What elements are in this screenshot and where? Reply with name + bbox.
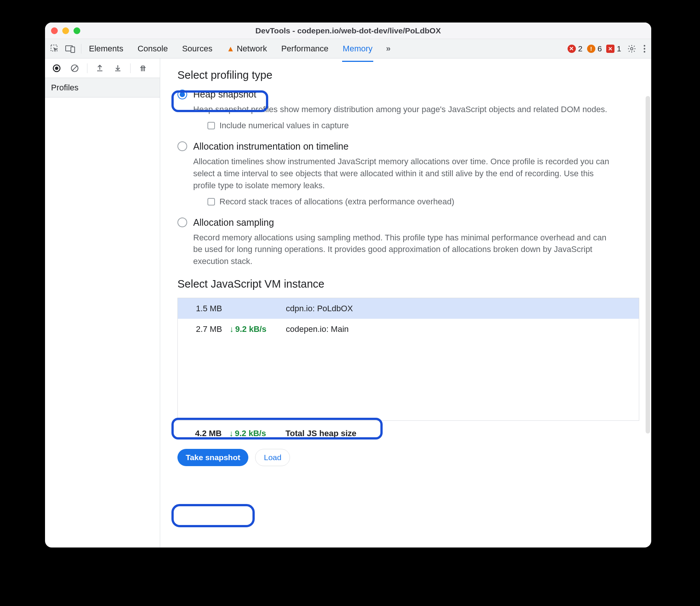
checkbox-label: Record stack traces of allocations (extr… [219,197,454,207]
profiles-label: Profiles [51,83,78,93]
load-button[interactable]: Load [255,449,290,466]
vm-instance-list: 1.5 MB cdpn.io: PoLdbOX 2.7 MB ↓9.2 kB/s… [177,298,639,421]
devtools-window: DevTools - codepen.io/web-dot-dev/live/P… [45,22,651,548]
warning-icon: ! [587,45,595,53]
total-size: 4.2 MB [184,429,229,438]
down-arrow-icon: ↓ [230,324,234,334]
option-allocation-sampling[interactable]: Allocation sampling Record memory alloca… [177,217,639,268]
profiles-toolbar [45,58,160,78]
svg-point-4 [644,45,645,46]
checkbox-include-numerical[interactable] [207,122,215,129]
warning-icon: ▲ [227,44,234,53]
clear-icon[interactable] [69,63,80,74]
vm-totals: 4.2 MB ↓9.2 kB/s Total JS heap size [177,423,639,444]
tab-label: Sources [182,44,212,53]
profiling-type-heading: Select profiling type [177,69,639,81]
titlebar: DevTools - codepen.io/web-dot-dev/live/P… [45,22,651,39]
error-count: 2 [578,44,583,53]
option-title: Allocation sampling [193,217,274,228]
vm-name: codepen.io: Main [286,324,632,334]
option-description: Record memory allocations using sampling… [193,232,610,268]
checkbox-record-stacks[interactable] [207,198,215,206]
total-rate: ↓9.2 kB/s [229,429,285,438]
option-allocation-timeline[interactable]: Allocation instrumentation on timeline A… [177,141,639,207]
profiles-section-header[interactable]: Profiles [45,78,160,98]
svg-line-10 [72,66,77,70]
option-heap-snapshot[interactable]: Heap snapshot Heap snapshot profiles sho… [177,89,639,130]
vm-rate: ↓9.2 kB/s [230,324,286,334]
record-icon[interactable] [51,63,62,74]
separator [81,44,81,54]
tab-label: Console [138,44,168,53]
device-toolbar-icon[interactable] [65,45,75,53]
export-icon[interactable] [94,63,105,74]
svg-rect-2 [71,47,75,52]
more-tabs-icon[interactable]: » [386,44,389,54]
option-description: Allocation timelines show instrumented J… [193,156,610,192]
vm-row[interactable]: 1.5 MB cdpn.io: PoLdbOX [178,298,639,319]
radio-allocation-timeline[interactable] [177,141,187,151]
devtools-tabstrip: Elements Console Sources ▲Network Perfor… [45,39,651,58]
option-description: Heap snapshot profiles show memory distr… [193,104,610,116]
issue-count: 1 [617,44,621,53]
kebab-menu-icon[interactable] [643,44,646,53]
inspect-element-icon[interactable] [50,44,59,53]
annotation-ring [171,504,255,527]
tab-memory[interactable]: Memory [342,40,373,57]
svg-point-5 [644,48,645,49]
error-icon: ✕ [568,45,576,53]
window-title: DevTools - codepen.io/web-dot-dev/live/P… [45,26,651,35]
import-icon[interactable] [112,63,123,74]
take-snapshot-button[interactable]: Take snapshot [177,449,248,466]
tab-label: Performance [281,44,329,53]
radio-allocation-sampling[interactable] [177,218,187,227]
separator [87,63,87,73]
errors-badge[interactable]: ✕ 2 [568,44,583,53]
scrollbar[interactable] [646,96,650,434]
svg-point-3 [631,47,633,50]
vm-name: cdpn.io: PoLdbOX [286,304,632,314]
tab-network[interactable]: ▲Network [226,40,267,57]
separator [130,63,131,73]
total-label: Total JS heap size [285,429,632,438]
issues-badge[interactable]: ✕ 1 [606,44,621,53]
tab-console[interactable]: Console [137,40,169,57]
vm-size: 1.5 MB [185,304,230,314]
tab-label: Network [237,44,267,53]
down-arrow-icon: ↓ [229,429,233,438]
issue-icon: ✕ [606,45,614,53]
warnings-badge[interactable]: ! 6 [587,44,602,53]
checkbox-label: Include numerical values in capture [219,121,349,130]
tab-sources[interactable]: Sources [181,40,213,57]
option-title: Heap snapshot [193,89,256,100]
option-title: Allocation instrumentation on timeline [193,141,348,152]
vm-size: 2.7 MB [185,324,230,334]
close-window-button[interactable] [51,27,58,34]
tab-label: Elements [89,44,123,53]
tab-performance[interactable]: Performance [281,40,329,57]
window-controls [51,27,80,34]
tab-elements[interactable]: Elements [88,40,124,57]
vm-row[interactable]: 2.7 MB ↓9.2 kB/s codepen.io: Main [178,319,639,339]
zoom-window-button[interactable] [74,27,80,34]
minimize-window-button[interactable] [62,27,69,34]
tab-label: Memory [343,44,373,53]
warning-count: 6 [598,44,602,53]
vm-instance-heading: Select JavaScript VM instance [177,278,639,290]
memory-panel: Select profiling type Heap snapshot Heap… [160,58,651,548]
radio-heap-snapshot[interactable] [177,90,187,99]
collect-garbage-icon[interactable] [137,63,149,74]
profiles-sidebar: Profiles [45,58,160,548]
svg-point-6 [644,51,645,52]
svg-point-8 [55,66,59,70]
settings-icon[interactable] [627,44,636,53]
